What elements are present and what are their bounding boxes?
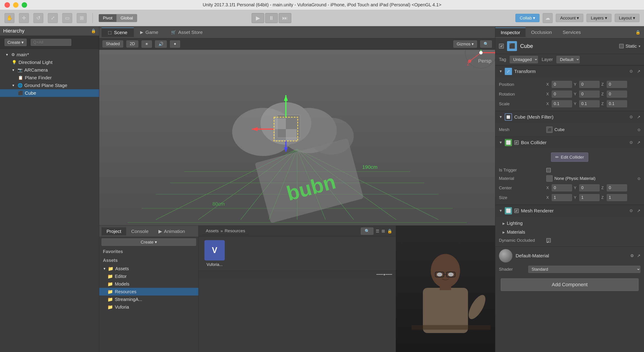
account-dropdown[interactable]: Account ▾ <box>556 14 583 22</box>
static-dropdown-arrow[interactable]: ▾ <box>638 44 640 48</box>
center-z-input[interactable] <box>607 184 627 191</box>
rotation-y-input[interactable] <box>579 91 600 98</box>
audio-toggle-button[interactable]: 🔊 <box>155 41 167 48</box>
lock-icon[interactable]: 🔒 <box>387 229 392 234</box>
materials-section[interactable]: ▶ Materials <box>499 228 640 237</box>
lighting-toggle-button[interactable]: ☀ <box>142 41 152 48</box>
minimize-button[interactable] <box>13 2 18 8</box>
scale-tool-button[interactable]: ⤢ <box>48 13 58 23</box>
lighting-section[interactable]: ▶ Lighting <box>499 219 640 228</box>
effects-button[interactable]: ✦ <box>170 41 180 48</box>
mesh-renderer-menu-icon[interactable]: ⚙ <box>629 208 633 213</box>
box-collider-expand-icon[interactable]: ↗ <box>637 140 640 145</box>
hierarchy-create-button[interactable]: Create ▾ <box>4 39 27 46</box>
rotate-tool-button[interactable]: ↺ <box>34 13 43 23</box>
material-name[interactable]: Default-Material <box>516 253 627 258</box>
asset-vuforia[interactable]: V Vuforia... <box>202 240 227 267</box>
box-collider-menu-icon[interactable]: ⚙ <box>629 140 633 145</box>
search-scene-button[interactable]: 🔍 <box>480 41 492 48</box>
tag-select[interactable]: Untagged <box>510 56 538 63</box>
material-menu-icon[interactable]: ⚙ <box>630 253 634 258</box>
animation-tab[interactable]: ▶ Animation <box>154 227 190 235</box>
tree-item-streaming[interactable]: 📁 StreamingA... <box>99 295 198 303</box>
grid-view-button[interactable]: ⊞ <box>382 229 385 234</box>
mesh-renderer-checkbox[interactable] <box>514 209 519 213</box>
project-create-button[interactable]: Create ▾ <box>102 238 196 246</box>
transform-expand-icon[interactable]: ↗ <box>637 69 640 74</box>
project-tab[interactable]: Project <box>102 227 126 235</box>
size-y-input[interactable] <box>579 194 600 201</box>
tree-item-editor[interactable]: 📁 Editor <box>99 272 198 280</box>
scene-viewport[interactable]: bubn <box>99 50 495 226</box>
hierarchy-item-plane-finder[interactable]: 📋 Plane Finder <box>0 74 99 82</box>
move-tool-button[interactable]: ✛ <box>19 13 29 23</box>
is-trigger-checkbox[interactable] <box>546 168 551 172</box>
mesh-filter-expand-icon[interactable]: ↗ <box>637 115 640 119</box>
mesh-renderer-header[interactable]: ▼ ⬜ Mesh Renderer ⚙ ↗ <box>495 205 644 217</box>
close-button[interactable] <box>4 2 10 8</box>
collider-material-select[interactable]: ⊙ <box>638 177 640 181</box>
asset-store-tab[interactable]: 🛒 Asset Store <box>165 28 209 37</box>
box-collider-checkbox[interactable] <box>514 140 519 145</box>
pause-button[interactable]: ⏸ <box>265 13 278 23</box>
tree-item-models[interactable]: 📁 Models <box>99 280 198 288</box>
tree-item-vuforia[interactable]: 📁 Vuforia <box>99 303 198 311</box>
search-bar[interactable]: 🔍 <box>361 228 374 235</box>
mesh-filter-header[interactable]: ▼ ⬜ Cube (Mesh Filter) ⚙ ↗ <box>495 111 644 123</box>
cloud-button[interactable]: ☁ <box>543 13 552 23</box>
hand-tool-button[interactable]: ✋ <box>4 13 14 23</box>
mesh-filter-menu-icon[interactable]: ⚙ <box>629 115 633 119</box>
layers-dropdown[interactable]: Layers ▾ <box>586 14 611 22</box>
layout-dropdown[interactable]: Layout ▾ <box>615 14 640 22</box>
console-tab[interactable]: Console <box>126 227 154 235</box>
rotation-z-input[interactable] <box>607 91 627 98</box>
static-checkbox[interactable] <box>619 44 624 48</box>
center-y-input[interactable] <box>579 184 600 191</box>
gizmos-dropdown[interactable]: Gizmos ▾ <box>453 41 477 48</box>
mesh-renderer-expand-icon[interactable]: ↗ <box>637 208 640 213</box>
breadcrumb-resources[interactable]: Resources <box>225 228 245 233</box>
inspector-tab[interactable]: Inspector <box>495 28 526 37</box>
step-button[interactable]: ⏭ <box>279 13 291 23</box>
inspector-lock-icon[interactable]: 🔒 <box>632 28 644 37</box>
position-y-input[interactable] <box>579 81 600 88</box>
transform-menu-icon[interactable]: ⚙ <box>629 69 633 74</box>
position-x-input[interactable] <box>552 81 572 88</box>
scale-z-input[interactable] <box>607 100 627 107</box>
hierarchy-tab[interactable]: Hierarchy <box>3 28 24 34</box>
material-expand-icon[interactable]: ↗ <box>637 253 640 258</box>
list-view-button[interactable]: ☰ <box>376 229 379 234</box>
center-x-input[interactable] <box>552 184 572 191</box>
hierarchy-item-main[interactable]: ▼ ⚙ main* <box>0 51 99 59</box>
game-tab[interactable]: ▶ Game <box>134 28 165 37</box>
size-x-input[interactable] <box>552 194 572 201</box>
position-z-input[interactable] <box>607 81 627 88</box>
scene-tab[interactable]: ⬚ Scene <box>102 28 134 37</box>
hierarchy-item-arcamera[interactable]: ▼ 📷 ARCamera <box>0 66 99 74</box>
size-z-input[interactable] <box>607 194 627 201</box>
scale-y-input[interactable] <box>579 100 600 107</box>
2d-toggle-button[interactable]: 2D <box>126 41 138 48</box>
transform-tool-button[interactable]: ⊞ <box>77 13 87 23</box>
fullscreen-button[interactable] <box>22 2 27 8</box>
rect-tool-button[interactable]: ▭ <box>62 13 72 23</box>
layer-select[interactable]: Default <box>556 56 580 63</box>
hierarchy-item-directional-light[interactable]: 💡 Directional Light <box>0 59 99 66</box>
shader-select[interactable]: Standard <box>528 266 640 273</box>
hierarchy-lock-icon[interactable]: 🔒 <box>91 29 96 34</box>
mesh-select-icon[interactable]: ⊙ <box>638 128 640 132</box>
dynamic-occluded-checkbox[interactable] <box>546 238 551 243</box>
box-collider-header[interactable]: ▼ ⬜ Box Collider ⚙ ↗ <box>495 137 644 148</box>
transform-header[interactable]: ▼ ⤢ Transform ⚙ ↗ <box>495 66 644 77</box>
object-enabled-checkbox[interactable] <box>499 44 504 49</box>
global-button[interactable]: Global <box>116 14 137 22</box>
add-component-button[interactable]: Add Component <box>501 278 638 291</box>
scale-x-input[interactable] <box>552 100 572 107</box>
tree-item-assets[interactable]: ▼ 📁 Assets <box>99 265 198 272</box>
tree-item-resources[interactable]: 📁 Resources <box>99 288 198 295</box>
occlusion-tab[interactable]: Occlusion <box>526 28 557 37</box>
shading-mode-dropdown[interactable]: Shaded <box>102 41 123 48</box>
hierarchy-search-input[interactable] <box>31 39 71 46</box>
hierarchy-item-ground-plane-stage[interactable]: ▼ 🌐 Ground Plane Stage <box>0 82 99 89</box>
rotation-x-input[interactable] <box>552 91 572 98</box>
